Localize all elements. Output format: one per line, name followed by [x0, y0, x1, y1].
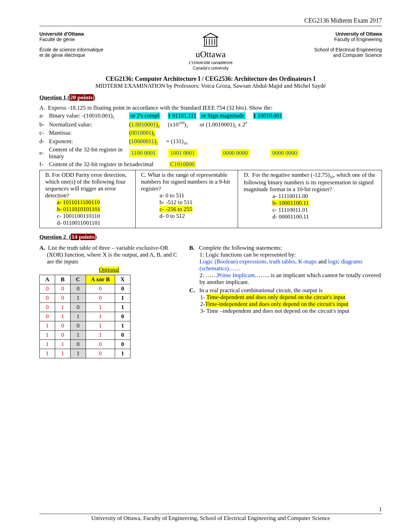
uottawa-logo-icon	[200, 31, 221, 48]
q1-B-c: c- 1001100110110	[57, 213, 132, 220]
q1-points-badge: 20 points	[70, 94, 94, 101]
q1-d-row: d- Exponent: (10000011)2 = (131)10	[39, 138, 382, 145]
q1-bcd-table: B. For ODD Parity error detection, which…	[39, 170, 382, 228]
page-footer: 1 University of Ottawa, Faculty of Engin…	[39, 506, 382, 522]
q1-A: A. Express -18.125 in floating point in …	[39, 104, 382, 111]
q1-B-b: b- 0111010101101	[57, 206, 100, 212]
truth-table: ABC A xor BX 00000 00101 01011 01110 100…	[39, 275, 130, 358]
fac-fr: Faculté de génie	[39, 37, 152, 42]
page-number: 1	[39, 506, 382, 513]
school-en-1: School of Electrical Engineering	[269, 47, 382, 52]
q1-D-c: c- 11110011.01	[272, 207, 378, 213]
q1-a-row: a- Binary value: -(10010.001)2 or 2's co…	[39, 112, 382, 120]
divider	[39, 26, 382, 26]
letterhead: Université d'Ottawa Faculté de génie Éco…	[39, 31, 382, 71]
school-fr-2: et de génie électrique	[39, 52, 152, 58]
q1-C-d: d- 0 to 512	[160, 213, 235, 220]
professors-line: MIDTERM EXAMINATION by Professors: Voicu…	[39, 83, 382, 89]
q1-f-row: f- Content of the 32-bit register in hex…	[39, 161, 382, 168]
fac-en: Faculty of Engineering	[269, 37, 382, 42]
document-page: CEG2136 Midterm Exam 2017 Université d'O…	[0, 0, 411, 532]
q1-b-row: b- Normalized value: (1.0010001)2 (x1010…	[39, 121, 382, 128]
q1-C-a: a- 0 to 511	[160, 192, 235, 199]
question-1-heading: Question 1 (20 points)	[39, 94, 382, 101]
q1-D-d: d- 00001100.11	[272, 213, 378, 220]
q2-C-opt3: Time –independent and does not depend on…	[207, 308, 349, 314]
q1-c-row: c- Mantissa: (0010001)2	[39, 129, 382, 137]
q2-C-opt2: Time-independent and does only depend on…	[205, 301, 349, 307]
q1-B-d: d- 0110011001101	[57, 220, 132, 226]
course-title: CEG2136: Computer Architecture I / CEG25…	[39, 75, 382, 83]
q1-a-label-sm: or Sign magnitude	[200, 112, 246, 119]
q1-C-c: c- -256 to 255	[160, 206, 192, 212]
header-exam-title: CEG2136 Midterm Exam 2017	[39, 17, 382, 24]
q1-e-row: e- Content of the 32-bit register in bin…	[39, 146, 382, 160]
uottawa-sub2: Canada's university	[154, 66, 267, 71]
q2-C-opt1: Time-dependent and does only depend on t…	[207, 294, 346, 300]
q1-a-label-2s: or 2's compl	[129, 112, 160, 119]
uni-fr: Université d'Ottawa	[39, 31, 152, 37]
q1-D-text: D. For the negative number (-12.75)10, w…	[244, 172, 378, 193]
q1-D-b: b- 10001100.11	[272, 200, 309, 206]
q2-optional-label: Optional	[99, 267, 120, 273]
uni-en: University of Ottawa	[269, 31, 382, 37]
q1-C-text: C. What is the range of representable nu…	[141, 172, 235, 192]
uottawa-sub1: L'Université canadienne	[154, 60, 267, 65]
q2-right-col: B. Complete the following statements: 1:…	[189, 245, 382, 358]
q1-C-b: b- -512 to 511	[160, 199, 235, 206]
school-en-2: and Computer Science	[269, 52, 382, 58]
q2-points-badge: 14 points	[71, 234, 95, 240]
uottawa-wordmark: uOttawa	[154, 49, 267, 60]
q1-D-a: a- 11110011.00	[272, 193, 378, 200]
q1-B-text: B. For ODD Parity error detection, which…	[45, 172, 132, 199]
q1-B-a: a- 1011011100110	[57, 199, 100, 206]
q2-left-col: A. List the truth table of three – varia…	[39, 245, 179, 358]
footer-text: University of Ottawa, Faculty of Enginee…	[39, 515, 382, 522]
letterhead-right: University of Ottawa Faculty of Engineer…	[269, 31, 382, 58]
question-2-heading: Question 2 (14 points)	[39, 234, 382, 240]
letterhead-left: Université d'Ottawa Faculté de génie Éco…	[39, 31, 152, 58]
letterhead-center: uOttawa L'Université canadienne Canada's…	[154, 31, 267, 71]
school-fr-1: École de science informatique	[39, 47, 152, 52]
